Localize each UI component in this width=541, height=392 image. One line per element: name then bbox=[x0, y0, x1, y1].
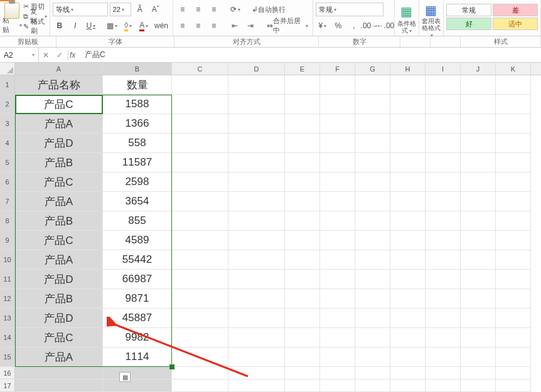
cell-name[interactable]: 产品C bbox=[15, 172, 103, 191]
border-button[interactable]: ▦ bbox=[105, 19, 120, 33]
col-header-E[interactable]: E bbox=[285, 63, 320, 75]
wrap-text-button[interactable]: ↲ 自动换行 bbox=[250, 3, 287, 16]
merge-center-button[interactable]: ⇔ 合并后居中 bbox=[265, 19, 310, 33]
row-header[interactable]: 1 bbox=[0, 75, 15, 95]
align-middle-button[interactable]: ≡ bbox=[191, 3, 205, 16]
row-header[interactable]: 4 bbox=[0, 134, 15, 153]
row-header[interactable]: 2 bbox=[0, 95, 15, 114]
percent-button[interactable]: % bbox=[331, 19, 345, 33]
row-header[interactable]: 10 bbox=[0, 250, 15, 270]
number-format-select[interactable]: 常规 bbox=[316, 3, 383, 16]
row-header[interactable]: 13 bbox=[0, 309, 15, 328]
increase-font-button[interactable]: Â bbox=[133, 3, 147, 16]
cell-name[interactable]: 产品C bbox=[15, 328, 103, 347]
fill-handle[interactable] bbox=[169, 364, 174, 369]
font-name-select[interactable]: 等线 bbox=[53, 3, 108, 16]
name-box[interactable]: A2 bbox=[0, 48, 39, 62]
align-bottom-button[interactable]: ≡ bbox=[207, 3, 221, 16]
phonetic-button[interactable]: wén bbox=[153, 19, 170, 33]
row-header[interactable]: 16 bbox=[0, 367, 15, 379]
row-header[interactable]: 8 bbox=[0, 211, 15, 231]
cell-qty[interactable]: 66987 bbox=[103, 270, 172, 289]
row-header[interactable]: 6 bbox=[0, 172, 15, 192]
row-header[interactable]: 9 bbox=[0, 231, 15, 250]
accounting-format-button[interactable]: ¥ bbox=[316, 19, 329, 33]
style-normal[interactable]: 常规 bbox=[446, 4, 491, 16]
header-cell-qty[interactable]: 数量 bbox=[103, 75, 172, 94]
decrease-decimal-button[interactable]: ←.00 bbox=[378, 19, 392, 33]
cell-name[interactable]: 产品C bbox=[15, 95, 103, 114]
cell-name[interactable]: 产品D bbox=[15, 134, 103, 152]
cell-name[interactable]: 产品B bbox=[15, 289, 103, 308]
select-all-corner[interactable] bbox=[0, 63, 15, 75]
cell-name[interactable]: 产品C bbox=[15, 231, 103, 250]
bold-button[interactable]: B bbox=[53, 19, 67, 33]
decrease-indent-button[interactable]: ⇤ bbox=[228, 19, 242, 33]
row-header[interactable]: 5 bbox=[0, 153, 15, 172]
align-top-button[interactable]: ≡ bbox=[176, 3, 190, 16]
col-header-I[interactable]: I bbox=[426, 63, 461, 75]
cell-qty[interactable]: 4589 bbox=[103, 231, 172, 250]
style-good[interactable]: 好 bbox=[446, 18, 491, 30]
cell-qty[interactable]: 45887 bbox=[103, 309, 172, 327]
cancel-formula-button[interactable]: ✕ bbox=[39, 51, 53, 60]
col-header-A[interactable]: A bbox=[15, 63, 103, 75]
font-color-button[interactable]: A bbox=[137, 19, 151, 33]
style-neutral[interactable]: 适中 bbox=[493, 18, 538, 30]
row-header[interactable]: 14 bbox=[0, 328, 15, 347]
col-header-H[interactable]: H bbox=[390, 63, 426, 75]
accept-formula-button[interactable]: ✓ bbox=[53, 51, 67, 60]
col-header-D[interactable]: D bbox=[228, 63, 285, 75]
underline-button[interactable]: U bbox=[84, 19, 98, 33]
cell-name[interactable]: 产品A bbox=[15, 347, 103, 366]
cell-qty[interactable]: 855 bbox=[103, 211, 172, 230]
cell-qty[interactable]: 9982 bbox=[103, 328, 172, 347]
format-painter-button[interactable]: ✎ 格式刷 bbox=[23, 21, 47, 31]
cell-name[interactable]: 产品D bbox=[15, 309, 103, 327]
cell-qty[interactable]: 55442 bbox=[103, 250, 172, 269]
conditional-format-button[interactable]: ▦ 条件格式 bbox=[395, 0, 419, 36]
cell-qty[interactable]: 1114 bbox=[103, 347, 172, 366]
align-center-button[interactable]: ≡ bbox=[191, 19, 205, 33]
quick-analysis-button[interactable]: ▦ bbox=[119, 372, 131, 382]
cell-qty[interactable]: 558 bbox=[103, 134, 172, 152]
row-header[interactable]: 3 bbox=[0, 114, 15, 134]
style-bad[interactable]: 差 bbox=[493, 4, 538, 16]
cells-area[interactable]: 产品名称 数量 产品C 1588 产品A 1366 产品D 5 bbox=[15, 75, 531, 392]
cell-name[interactable]: 产品B bbox=[15, 153, 103, 172]
cell-name[interactable]: 产品A bbox=[15, 192, 103, 211]
align-right-button[interactable]: ≡ bbox=[207, 19, 221, 33]
row-header[interactable]: 11 bbox=[0, 270, 15, 289]
italic-button[interactable]: I bbox=[68, 19, 82, 33]
cell-qty[interactable]: 9871 bbox=[103, 289, 172, 308]
fill-color-button[interactable]: ◊ bbox=[121, 19, 135, 33]
cell-qty[interactable]: 11587 bbox=[103, 153, 172, 172]
formula-input[interactable]: 产品C bbox=[81, 50, 541, 60]
row-header[interactable]: 7 bbox=[0, 192, 15, 211]
row-header[interactable]: 12 bbox=[0, 289, 15, 309]
cell-qty[interactable]: 1588 bbox=[103, 95, 172, 114]
font-size-select[interactable]: 22 bbox=[110, 3, 131, 16]
cell-qty[interactable]: 2598 bbox=[103, 172, 172, 191]
row-header[interactable]: 17 bbox=[0, 379, 15, 392]
cell-name[interactable]: 产品A bbox=[15, 114, 103, 133]
col-header-J[interactable]: J bbox=[461, 63, 496, 75]
cell-qty[interactable]: 1366 bbox=[103, 114, 172, 133]
cell-name[interactable]: 产品A bbox=[15, 250, 103, 269]
col-header-B[interactable]: B bbox=[103, 63, 172, 75]
comma-button[interactable]: , bbox=[347, 19, 361, 33]
align-left-button[interactable]: ≡ bbox=[176, 19, 190, 33]
col-header-G[interactable]: G bbox=[355, 63, 390, 75]
header-cell-name[interactable]: 产品名称 bbox=[15, 75, 103, 94]
orientation-button[interactable]: ⟳ bbox=[228, 3, 242, 16]
cell-qty[interactable]: 3654 bbox=[103, 192, 172, 211]
col-header-F[interactable]: F bbox=[320, 63, 355, 75]
paste-button[interactable]: 粘贴 bbox=[3, 1, 22, 31]
col-header-K[interactable]: K bbox=[496, 63, 531, 75]
cell-name[interactable]: 产品D bbox=[15, 270, 103, 289]
table-format-button[interactable]: ▦ 套用表格格式 bbox=[419, 0, 444, 36]
row-header[interactable]: 15 bbox=[0, 347, 15, 367]
fx-label[interactable]: fx bbox=[70, 51, 81, 60]
col-header-C[interactable]: C bbox=[172, 63, 228, 75]
increase-indent-button[interactable]: ⇥ bbox=[244, 19, 257, 33]
